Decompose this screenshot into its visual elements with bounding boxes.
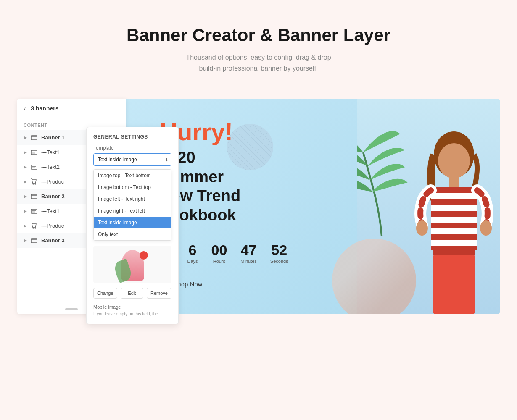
text-icon-2 (30, 164, 38, 170)
seconds-label: Seconds (270, 259, 288, 264)
settings-panel: GENERAL SETTINGS Template Text inside im… (86, 127, 179, 324)
palm-leaf-svg (357, 116, 437, 245)
days-value: 6 (187, 243, 198, 257)
dropdown-option-4[interactable]: Image right - Text left (94, 205, 171, 217)
banner-icon-1 (30, 135, 38, 141)
svg-rect-22 (431, 187, 477, 250)
expand-arrow-3: ▶ (24, 238, 27, 243)
text-icon-1 (30, 150, 38, 155)
template-select-wrapper[interactable]: Text inside image ⬍ (93, 153, 171, 166)
countdown-hours: 00 Hours (211, 243, 227, 264)
expand-arrow-p2: ▶ (24, 223, 27, 228)
expand-arrow-2: ▶ (24, 194, 27, 199)
panel-header: ‹ 3 banners (17, 99, 126, 118)
svg-point-8 (33, 184, 34, 184)
expand-arrow-t1: ▶ (24, 150, 27, 155)
mobile-image-hint: If you leave empty on this field, the (93, 311, 171, 317)
back-arrow[interactable]: ‹ (24, 105, 26, 112)
template-label: Template (93, 145, 171, 151)
main-content: ‹ 3 banners CONTENT ▶ Banner 1 ⋮⋮ ▶ (17, 99, 500, 314)
dropdown-option-6[interactable]: Only text (94, 228, 171, 240)
days-label: Days (187, 259, 198, 264)
dropdown-option-3[interactable]: Image left - Text right (94, 193, 171, 205)
svg-rect-21 (449, 176, 459, 188)
svg-rect-23 (431, 187, 477, 193)
svg-point-9 (35, 184, 36, 184)
settings-title: GENERAL SETTINGS (93, 134, 171, 140)
summer-heading: 2020 Summer New Trend Lookbook (160, 148, 288, 225)
banner-icon-2 (30, 194, 38, 200)
countdown-days: 6 Days (187, 243, 198, 264)
mobile-image-label: Mobile image (93, 304, 171, 310)
header-section: Banner Creator & Banner Layer Thousand o… (0, 0, 517, 90)
image-preview (93, 246, 171, 284)
flower-decoration (140, 251, 148, 260)
change-button[interactable]: Change (93, 288, 117, 299)
hurry-heading: Hurry! (160, 120, 288, 144)
scroll-indicator (65, 308, 78, 310)
dropdown-option-1[interactable]: Image top - Text bottom (94, 170, 171, 181)
preview-figure (118, 248, 147, 281)
svg-rect-2 (31, 150, 37, 155)
svg-rect-17 (31, 239, 37, 243)
countdown-row: 3 Weeks 6 Days 00 Hours 47 Minutes (160, 243, 288, 264)
svg-point-20 (438, 143, 470, 178)
svg-rect-31 (433, 249, 475, 255)
dropdown-list: Image top - Text bottom Image bottom - T… (93, 169, 171, 241)
dropdown-option-5[interactable]: Text inside image (94, 217, 171, 228)
expand-arrow-1: ▶ (24, 135, 27, 140)
left-panel: ‹ 3 banners CONTENT ▶ Banner 1 ⋮⋮ ▶ (17, 99, 126, 314)
product-icon-2 (30, 223, 38, 229)
expand-arrow-t3: ▶ (24, 209, 27, 213)
svg-rect-26 (431, 223, 477, 228)
svg-point-15 (33, 228, 34, 228)
minutes-value: 47 (240, 243, 257, 257)
seconds-value: 52 (270, 243, 288, 257)
svg-rect-10 (31, 194, 37, 199)
minutes-label: Minutes (240, 259, 257, 264)
product-icon-1 (30, 179, 38, 185)
dropdown-option-2[interactable]: Image bottom - Text top (94, 181, 171, 193)
banner-preview: Hurry! 2020 Summer New Trend Lookbook 3 … (126, 99, 500, 314)
expand-arrow-p1: ▶ (24, 179, 27, 184)
template-select[interactable]: Text inside image (93, 153, 171, 166)
svg-rect-12 (31, 209, 37, 213)
hours-value: 00 (211, 243, 227, 257)
banner-icon-3 (30, 238, 38, 244)
svg-point-30 (480, 220, 492, 236)
edit-button[interactable]: Edit (121, 288, 143, 299)
panel-banner-count: 3 banners (31, 105, 58, 112)
page-title: Banner Creator & Banner Layer (8, 25, 509, 45)
preview-panel: Hurry! 2020 Summer New Trend Lookbook 3 … (126, 99, 500, 314)
svg-point-16 (35, 228, 36, 228)
svg-rect-25 (431, 211, 477, 217)
text-icon-3 (30, 208, 38, 214)
remove-button[interactable]: Remove (147, 288, 171, 299)
image-actions: Change Edit Remove (93, 288, 171, 299)
countdown-minutes: 47 Minutes (240, 243, 257, 264)
expand-arrow-t2: ▶ (24, 165, 27, 169)
svg-rect-24 (431, 199, 477, 205)
svg-rect-27 (431, 234, 477, 240)
svg-rect-0 (31, 136, 37, 140)
hours-label: Hours (211, 259, 227, 264)
svg-rect-5 (31, 165, 37, 169)
header-subtitle: Thousand of options, easy to config, dra… (8, 52, 509, 74)
countdown-seconds: 52 Seconds (270, 243, 288, 264)
